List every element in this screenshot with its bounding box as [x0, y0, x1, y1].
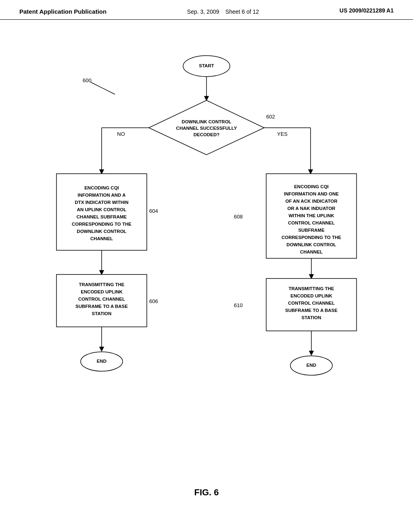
box-right-bot-l1: TRANSMITTING THE — [288, 286, 334, 291]
box-left-top-l2: INFORMATION AND A — [77, 193, 125, 197]
ref-606: 606 — [149, 299, 158, 305]
decision-line2: CHANNEL SUCCESSFULLY — [176, 126, 237, 131]
box-left-bot-l2: ENCODED UPLINK — [81, 289, 123, 294]
ref-610: 610 — [234, 303, 243, 309]
flowchart-svg: text.node-text { font-family: Arial, san… — [0, 20, 413, 487]
figure-label: FIG. 6 — [0, 487, 413, 504]
box-right-top-l7: SUBFRAME — [298, 228, 324, 233]
end-right-label: END — [307, 363, 316, 368]
box-right-top-l6: CONTROL CHANNEL — [288, 220, 335, 225]
start-label: START — [199, 63, 214, 68]
box-left-top-l3: DTX INDICATOR WITHIN — [75, 200, 128, 205]
header-sheet: Sheet 6 of 12 — [225, 8, 259, 15]
header-center-info: Sep. 3, 2009 Sheet 6 of 12 — [187, 7, 259, 16]
box-left-top-l4: AN UPLINK CONTROL — [77, 207, 127, 212]
svg-marker-20 — [309, 274, 313, 278]
no-label: NO — [117, 131, 125, 137]
ref-604: 604 — [149, 208, 158, 214]
header-publication-label: Patent Application Publication — [19, 7, 106, 16]
box-left-bot-l1: TRANSMITTING THE — [79, 282, 124, 287]
header-date: Sep. 3, 2009 — [187, 8, 219, 15]
ref-602: 602 — [266, 114, 275, 120]
diagram-area: text.node-text { font-family: Arial, san… — [0, 20, 413, 487]
svg-marker-23 — [309, 351, 313, 355]
box-left-top-l1: ENCODING CQI — [84, 185, 119, 190]
decision-line3: DECODED? — [194, 132, 220, 137]
box-right-bot-l3: CONTROL CHANNEL — [288, 301, 335, 305]
ref-608: 608 — [234, 214, 243, 220]
box-right-top-l9: DOWNLINK CONTROL — [286, 242, 336, 247]
box-right-top-l4: OR A NAK INDUATOR — [288, 206, 336, 211]
header-patent-number: US 2009/0221289 A1 — [340, 7, 394, 14]
box-left-top-l6: CORRESPONDING TO THE — [72, 222, 131, 227]
box-right-bot-l2: ENCODED UPLINK — [290, 293, 332, 298]
decision-line1: DOWNLINK CONTROL — [181, 119, 231, 124]
box-right-top-l3: OF AN ACK INDICATOR — [285, 199, 338, 204]
ref-600: 600 — [83, 78, 92, 84]
box-right-top-l5: WITHIN THE UPLINK — [288, 213, 334, 218]
svg-marker-7 — [100, 170, 104, 174]
svg-marker-10 — [100, 270, 104, 274]
box-left-bot-l4: SUBFRAME TO A BASE — [75, 304, 128, 309]
box-right-top-l8: CORRESPONDING TO THE — [282, 235, 341, 240]
box-left-top-l8: CHANNEL — [90, 236, 113, 241]
box-left-bot-l3: CONTROL CHANNEL — [78, 297, 125, 301]
yes-label: YES — [277, 131, 288, 137]
page-header: Patent Application Publication Sep. 3, 2… — [0, 0, 413, 20]
box-right-top-l10: CHANNEL — [300, 249, 323, 254]
svg-line-3 — [91, 82, 115, 94]
end-left-label: END — [97, 359, 106, 364]
svg-marker-2 — [204, 96, 209, 100]
svg-marker-17 — [309, 170, 313, 174]
box-left-top-l7: DOWNLINK CONTROL — [77, 229, 126, 234]
box-right-top-l1: ENCODING CQI — [294, 184, 329, 189]
svg-marker-13 — [100, 347, 104, 351]
box-left-top-l5: CHANNEL SUBFRAME — [77, 214, 127, 219]
box-right-top-l2: INFORMATION AND ONE — [284, 191, 339, 196]
box-left-bot-l5: STATION — [92, 311, 112, 316]
box-right-bot-l4: SUBFRAME TO A BASE — [285, 308, 338, 313]
box-right-bot-l5: STATION — [302, 315, 321, 320]
